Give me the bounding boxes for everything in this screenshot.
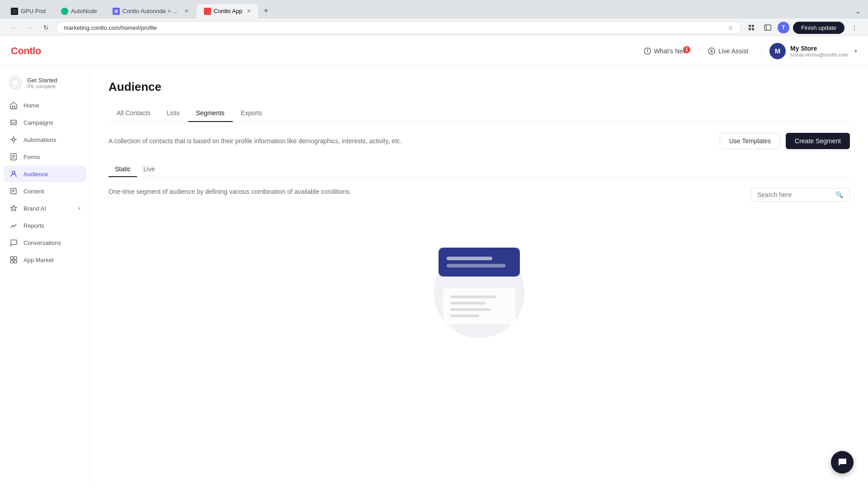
sidebar-item-home-label: Home <box>24 102 39 109</box>
forward-button[interactable]: → <box>24 21 36 34</box>
sidebar-item-reports[interactable]: Reports <box>4 217 86 234</box>
brand-ai-icon <box>9 204 18 212</box>
tab-contlo-app-close[interactable]: ✕ <box>247 8 251 14</box>
illus-line-1 <box>450 296 496 298</box>
contlo-app-favicon <box>204 8 211 15</box>
page-content: Audience All Contacts Lists Segments Exp… <box>90 66 868 485</box>
sub-tab-live[interactable]: Live <box>137 162 161 177</box>
svg-rect-0 <box>12 9 17 14</box>
toolbar-actions: T Finish update ⋮ <box>745 21 861 34</box>
header-divider <box>762 44 762 58</box>
live-assist-label: Live Assist <box>718 47 748 55</box>
sidebar-item-conversations-label: Conversations <box>24 239 61 246</box>
whats-new-button[interactable]: What's New 1 <box>637 44 694 58</box>
svg-point-10 <box>647 52 648 53</box>
empty-illustration <box>416 239 542 338</box>
progress-circle-svg <box>11 78 20 87</box>
use-templates-button[interactable]: Use Templates <box>720 133 780 149</box>
forms-icon <box>9 153 18 161</box>
illus-card-line-1 <box>447 257 492 260</box>
sidebar-item-brand-ai[interactable]: Brand AI ▾ <box>4 200 86 216</box>
new-tab-button[interactable]: + <box>259 4 273 19</box>
sidebar-item-content[interactable]: Content <box>4 183 86 199</box>
sidebar-toggle-button[interactable] <box>761 21 774 34</box>
live-assist-button[interactable]: Live Assist <box>701 44 755 58</box>
sidebar-item-reports-label: Reports <box>24 222 44 229</box>
tab-expand-button[interactable]: ⌄ <box>851 5 864 17</box>
sidebar-item-forms-label: Forms <box>24 154 40 160</box>
tab-lists[interactable]: Lists <box>159 105 188 122</box>
user-name: My Store <box>790 45 848 52</box>
svg-point-1 <box>114 9 118 13</box>
back-button[interactable]: ← <box>7 21 20 34</box>
sidebar-item-campaigns[interactable]: Campaigns <box>4 114 86 131</box>
sidebar-item-audience[interactable]: Audience <box>4 166 86 182</box>
tab-contlo-annotate-close[interactable]: ✕ <box>184 8 189 14</box>
tab-all-contacts[interactable]: All Contacts <box>108 105 159 122</box>
app-container: Contlo What's New 1 Live Assist M My Sto… <box>0 37 868 485</box>
automations-icon <box>9 136 18 144</box>
whats-new-label: What's New <box>654 47 688 55</box>
contlo-annotate-favicon <box>113 8 120 15</box>
svg-rect-20 <box>10 257 13 259</box>
user-section[interactable]: M My Store tushar.verma@contlo.com ▾ <box>769 43 857 59</box>
page-title: Audience <box>108 80 850 94</box>
app-logo: Contlo <box>11 45 41 57</box>
browser-chrome: GPU Pod AutoNode Contlo Autonode > Annot… <box>0 0 868 37</box>
more-options-button[interactable]: ⋮ <box>848 21 861 34</box>
sidebar-item-forms[interactable]: Forms <box>4 149 86 165</box>
main-content: Get Started 0% complete Home Campaigns <box>0 66 868 485</box>
audience-icon <box>9 170 18 178</box>
sidebar-get-started[interactable]: Get Started 0% complete <box>4 73 86 93</box>
segments-description: A collection of contacts that is based o… <box>108 137 402 145</box>
url-bar[interactable]: marketing.contlo.com/home#/profile ☆ <box>56 21 741 34</box>
chat-fab-button[interactable] <box>831 451 854 474</box>
sidebar-item-content-label: Content <box>24 188 44 195</box>
chat-fab-icon <box>837 457 848 468</box>
tab-segments[interactable]: Segments <box>188 105 233 122</box>
user-dropdown-chevron: ▾ <box>854 48 857 54</box>
gpu-pod-favicon <box>11 8 18 15</box>
app-market-icon <box>9 256 18 264</box>
conversations-icon <box>9 239 18 247</box>
sidebar-item-home[interactable]: Home <box>4 97 86 113</box>
svg-point-2 <box>204 8 209 13</box>
illus-card <box>439 248 520 277</box>
create-segment-button[interactable]: Create Segment <box>786 133 850 149</box>
tab-gpu-pod-label: GPU Pod <box>21 8 46 14</box>
action-buttons: Use Templates Create Segment <box>720 133 850 149</box>
finish-update-button[interactable]: Finish update <box>793 22 844 34</box>
sidebar-item-automations[interactable]: Automations <box>4 131 86 148</box>
chrome-user-avatar[interactable]: T <box>778 22 789 33</box>
illus-card-line-2 <box>447 264 505 267</box>
empty-state <box>108 211 850 365</box>
static-row: One-time segment of audience by defining… <box>108 188 850 202</box>
tab-autonode-label: AutoNode <box>71 8 97 14</box>
search-input[interactable] <box>757 191 832 198</box>
tab-gpu-pod[interactable]: GPU Pod <box>4 4 53 19</box>
svg-rect-21 <box>14 257 17 259</box>
sub-tab-static[interactable]: Static <box>108 162 137 177</box>
tab-contlo-annotate[interactable]: Contlo Autonode > Annotate ✕ <box>105 4 196 19</box>
svg-rect-19 <box>11 188 16 194</box>
sidebar-item-brand-ai-label: Brand AI <box>24 205 46 212</box>
reload-button[interactable]: ↻ <box>40 21 52 34</box>
tab-contlo-annotate-label: Contlo Autonode > Annotate <box>123 8 180 14</box>
extensions-button[interactable] <box>745 21 758 34</box>
search-box: 🔍 <box>750 188 850 202</box>
sidebar-item-app-market-label: App Market <box>24 257 53 263</box>
get-started-progress: 0% complete <box>27 84 57 89</box>
tab-exports[interactable]: Exports <box>233 105 270 122</box>
bookmark-icon[interactable]: ☆ <box>728 24 734 31</box>
static-description: One-time segment of audience by defining… <box>108 188 351 195</box>
tab-contlo-app-label: Contlo App <box>214 8 243 14</box>
autonode-favicon <box>61 8 68 15</box>
svg-rect-7 <box>764 25 771 30</box>
sidebar-item-conversations[interactable]: Conversations <box>4 235 86 251</box>
sidebar-item-audience-label: Audience <box>24 171 48 178</box>
live-assist-icon <box>708 47 716 55</box>
audience-tabs: All Contacts Lists Segments Exports <box>108 105 850 122</box>
tab-contlo-app[interactable]: Contlo App ✕ <box>197 4 259 19</box>
tab-autonode[interactable]: AutoNode <box>54 4 104 19</box>
sidebar-item-app-market[interactable]: App Market <box>4 252 86 268</box>
